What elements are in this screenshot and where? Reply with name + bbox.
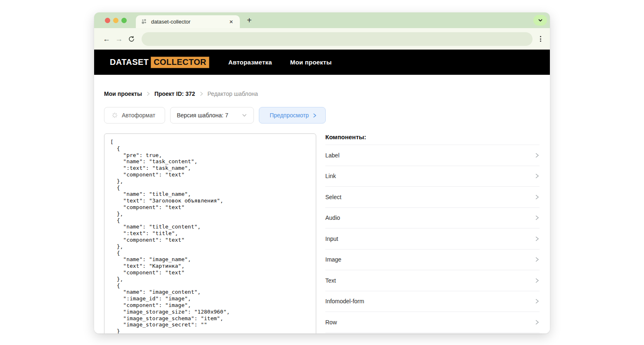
browser-window: dataset-collector ✕ + ← → DATASET bbox=[94, 12, 550, 333]
back-button[interactable]: ← bbox=[100, 35, 113, 43]
components-panel: Компоненты: Label Link Select Audio bbox=[325, 133, 540, 333]
logo-text-dataset: DATASET bbox=[110, 57, 149, 67]
reload-button[interactable] bbox=[125, 36, 137, 43]
chevron-right-icon bbox=[535, 215, 540, 221]
menu-dot bbox=[540, 40, 541, 42]
address-bar-input[interactable] bbox=[142, 32, 533, 46]
favicon-dots-icon bbox=[141, 19, 147, 25]
breadcrumb-my-projects[interactable]: Мои проекты bbox=[104, 90, 142, 97]
breadcrumb: Мои проекты Проект ID: 372 Редактор шабл… bbox=[104, 90, 540, 98]
site-header: DATASET COLLECTOR Авторазметка Мои проек… bbox=[94, 50, 550, 75]
chevron-right-icon bbox=[313, 113, 317, 118]
component-label: Image bbox=[325, 256, 341, 263]
site-nav: Авторазметка Мои проекты bbox=[228, 59, 331, 66]
component-label: Select bbox=[325, 194, 341, 200]
forward-button[interactable]: → bbox=[113, 35, 125, 43]
component-label: Audio bbox=[325, 214, 340, 221]
new-tab-button[interactable]: + bbox=[247, 16, 252, 24]
component-label: Row bbox=[325, 319, 337, 326]
preview-label: Предпросмотр bbox=[270, 112, 309, 119]
minimize-window-button[interactable] bbox=[113, 18, 118, 23]
chevron-right-icon bbox=[535, 194, 540, 200]
chevron-right-icon bbox=[535, 319, 540, 325]
main-area: [ { "pre": true, "name": "task_content",… bbox=[104, 133, 540, 333]
page-content: Мои проекты Проект ID: 372 Редактор шабл… bbox=[94, 75, 550, 333]
component-item-audio[interactable]: Audio bbox=[325, 208, 540, 229]
component-item-select[interactable]: Select bbox=[325, 187, 540, 208]
component-item-link[interactable]: Link bbox=[325, 166, 540, 187]
chevron-down-icon bbox=[242, 112, 247, 118]
template-version-select[interactable]: Версия шаблона: 7 bbox=[170, 107, 254, 124]
chevron-right-icon bbox=[535, 173, 540, 179]
component-item-text[interactable]: Text bbox=[325, 270, 540, 291]
component-item-input[interactable]: Input bbox=[325, 228, 540, 250]
web-page: DATASET COLLECTOR Авторазметка Мои проек… bbox=[94, 50, 550, 333]
sparkle-icon bbox=[111, 112, 118, 119]
chevron-right-icon bbox=[535, 257, 540, 262]
template-json-code: [ { "pre": true, "name": "task_content",… bbox=[110, 139, 310, 333]
component-label: Link bbox=[325, 173, 336, 179]
autoformat-button[interactable]: Автоформат bbox=[104, 107, 165, 124]
component-item-label[interactable]: Label bbox=[325, 145, 540, 166]
component-item-image[interactable]: Image bbox=[325, 250, 540, 271]
menu-dot bbox=[540, 38, 541, 40]
nav-item-my-projects[interactable]: Мои проекты bbox=[290, 59, 332, 66]
logo-text-collector: COLLECTOR bbox=[151, 57, 209, 68]
browser-tab[interactable]: dataset-collector ✕ bbox=[136, 15, 240, 28]
browser-toolbar: ← → bbox=[94, 28, 550, 50]
chevron-down-icon bbox=[538, 18, 543, 23]
tab-strip: dataset-collector ✕ + bbox=[94, 12, 550, 28]
chevron-right-icon bbox=[146, 91, 150, 96]
editor-toolbar: Автоформат Версия шаблона: 7 Предпросмот… bbox=[104, 107, 540, 124]
chevron-right-icon bbox=[535, 298, 540, 304]
close-window-button[interactable] bbox=[105, 18, 110, 23]
autoformat-label: Автоформат bbox=[122, 112, 155, 119]
component-label: Input bbox=[325, 236, 338, 242]
nav-item-automarkup[interactable]: Авторазметка bbox=[228, 59, 272, 66]
maximize-window-button[interactable] bbox=[121, 18, 127, 23]
chevron-right-icon bbox=[535, 278, 540, 283]
tab-close-icon[interactable]: ✕ bbox=[228, 18, 234, 26]
chevron-right-icon bbox=[535, 236, 540, 242]
template-version-label: Версия шаблона: 7 bbox=[177, 112, 228, 119]
preview-button[interactable]: Предпросмотр bbox=[259, 107, 326, 124]
menu-dot bbox=[540, 36, 541, 37]
breadcrumb-template-editor: Редактор шаблона bbox=[208, 90, 258, 97]
components-heading: Компоненты: bbox=[325, 133, 540, 145]
component-label: Label bbox=[325, 152, 339, 159]
template-json-editor[interactable]: [ { "pre": true, "name": "task_content",… bbox=[104, 133, 316, 333]
component-label: Infomodel-form bbox=[325, 298, 364, 305]
chevron-right-icon bbox=[199, 91, 204, 96]
component-label: Text bbox=[325, 277, 336, 284]
tab-title: dataset-collector bbox=[151, 19, 228, 25]
component-item-row[interactable]: Row bbox=[325, 312, 540, 333]
component-item-infomodel-form[interactable]: Infomodel-form bbox=[325, 291, 540, 312]
chevron-right-icon bbox=[535, 152, 540, 158]
reload-icon bbox=[128, 36, 135, 43]
site-logo[interactable]: DATASET COLLECTOR bbox=[110, 57, 209, 68]
breadcrumb-project-id[interactable]: Проект ID: 372 bbox=[154, 90, 195, 97]
tab-list-dropdown-button[interactable] bbox=[533, 15, 547, 26]
browser-menu-button[interactable] bbox=[537, 36, 544, 42]
traffic-lights bbox=[105, 18, 127, 23]
